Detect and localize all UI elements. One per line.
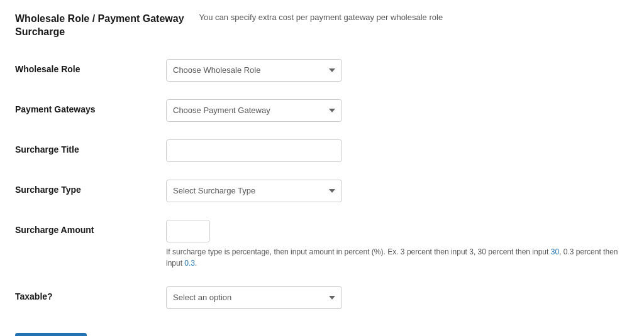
surcharge-type-label: Surcharge Type	[15, 180, 166, 195]
payment-gateways-label: Payment Gateways	[15, 99, 166, 114]
taxable-row: Taxable? Select an option	[15, 286, 629, 314]
surcharge-type-select[interactable]: Select Surcharge Type	[166, 180, 342, 202]
payment-gateways-control: Choose Payment Gateway	[166, 99, 629, 122]
surcharge-amount-control: If surcharge type is percentage, then in…	[166, 220, 629, 269]
surcharge-title-label: Surcharge Title	[15, 139, 166, 154]
wholesale-role-select[interactable]: Choose Wholesale Role	[166, 59, 342, 82]
surcharge-type-control: Select Surcharge Type	[166, 180, 629, 202]
payment-gateway-select[interactable]: Choose Payment Gateway	[166, 99, 342, 122]
wholesale-role-control: Choose Wholesale Role	[166, 59, 629, 82]
add-mapping-button[interactable]: Add Mapping	[15, 333, 87, 336]
surcharge-amount-row: Surcharge Amount If surcharge type is pe…	[15, 220, 629, 274]
surcharge-amount-hint: If surcharge type is percentage, then in…	[166, 246, 629, 269]
taxable-control: Select an option	[166, 286, 629, 309]
page-subtitle: You can specify extra cost per payment g…	[199, 13, 443, 22]
payment-gateways-row: Payment Gateways Choose Payment Gateway	[15, 99, 629, 127]
surcharge-title-control	[166, 139, 629, 162]
surcharge-amount-label: Surcharge Amount	[15, 220, 166, 235]
main-form: Wholesale Role Choose Wholesale Role Pay…	[15, 59, 629, 336]
surcharge-title-row: Surcharge Title	[15, 139, 629, 167]
add-mapping-wrapper: Add Mapping	[15, 327, 629, 336]
taxable-label: Taxable?	[15, 286, 166, 301]
surcharge-type-row: Surcharge Type Select Surcharge Type	[15, 180, 629, 207]
taxable-select[interactable]: Select an option	[166, 286, 342, 309]
surcharge-amount-input[interactable]	[166, 220, 210, 242]
surcharge-title-input[interactable]	[166, 139, 342, 162]
page-title: Wholesale Role / Payment Gateway Surchar…	[15, 13, 184, 39]
wholesale-role-row: Wholesale Role Choose Wholesale Role	[15, 59, 629, 87]
wholesale-role-label: Wholesale Role	[15, 59, 166, 74]
